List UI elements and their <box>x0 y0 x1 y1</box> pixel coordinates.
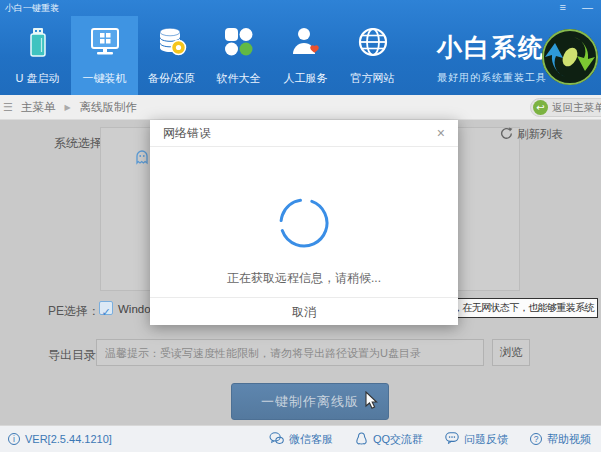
breadcrumb: ☰ 主菜单 ▶ 离线版制作 ↩ 返回主菜单 <box>0 95 601 120</box>
dialog-header: 网络错误 × <box>150 120 458 147</box>
nav-item-software-collection[interactable]: 软件大全 <box>205 16 272 95</box>
wechat-icon <box>269 432 284 447</box>
minimize-icon[interactable]: — <box>582 0 593 14</box>
app-window: 小白一键重装 ≡ — U 盘启动 一键装机 备份/还 <box>0 0 601 452</box>
pe-tooltip: 备，在无网状态下，也能够重装系统 <box>440 298 598 318</box>
dialog-message: 正在获取远程信息，请稍候... <box>150 270 458 287</box>
qq-penguin-icon <box>355 432 368 447</box>
loading-spinner-icon <box>150 197 458 253</box>
version-text: VER[2.5.44.1210] <box>25 433 112 445</box>
nav-label: 人工服务 <box>284 71 328 86</box>
ghost-icon <box>134 149 150 169</box>
monitor-icon <box>88 25 122 63</box>
globe-icon <box>356 25 390 63</box>
nav-item-usb-boot[interactable]: U 盘启动 <box>4 16 71 95</box>
brand-tagline: 最好用的系统重装工具 <box>437 71 547 85</box>
nav-item-backup-restore[interactable]: 备份/还原 <box>138 16 205 95</box>
checkmark-icon: ✓ <box>101 306 110 318</box>
nav-label: 一键装机 <box>83 71 127 86</box>
usb-drive-icon <box>21 25 55 63</box>
nav-label: U 盘启动 <box>16 71 60 86</box>
version-info: i VER[2.5.44.1210] <box>8 433 112 445</box>
main-nav: U 盘启动 一键装机 备份/还原 软件大全 <box>4 16 406 95</box>
status-link-label: 问题反馈 <box>464 432 508 447</box>
pe-select-label: PE选择： <box>48 303 100 320</box>
export-dir-input[interactable] <box>96 339 484 366</box>
nav-item-one-click-install[interactable]: 一键装机 <box>71 16 138 95</box>
back-to-main-menu-button[interactable]: ↩ 返回主菜单 <box>530 98 601 117</box>
menu-icon[interactable]: ≡ <box>560 0 566 14</box>
statusbar: i VER[2.5.44.1210] 微信客服 QQ交流群 问题反馈 <box>0 425 601 452</box>
status-link-label: 帮助视频 <box>547 432 591 447</box>
back-arrow-icon: ↩ <box>533 100 548 115</box>
nav-item-human-service[interactable]: 人工服务 <box>272 16 339 95</box>
apps-icon <box>222 25 256 63</box>
brand: 小白系统 最好用的系统重装工具 <box>437 31 547 85</box>
list-menu-icon: ☰ <box>3 101 13 114</box>
info-icon: i <box>8 433 20 445</box>
browse-button[interactable]: 浏览 <box>492 339 530 366</box>
wechat-service-link[interactable]: 微信客服 <box>269 432 333 447</box>
close-icon[interactable]: × <box>437 125 445 141</box>
breadcrumb-root[interactable]: 主菜单 <box>21 100 56 115</box>
cancel-button[interactable]: 取消 <box>150 298 458 326</box>
network-error-dialog: 网络错误 × 正在获取远程信息，请稍候... 取消 <box>150 120 458 325</box>
dialog-footer: 取消 <box>150 297 458 325</box>
status-link-label: 微信客服 <box>289 432 333 447</box>
help-video-link[interactable]: ? 帮助视频 <box>530 432 591 447</box>
status-link-label: QQ交流群 <box>373 432 423 447</box>
window-title: 小白一键重装 <box>5 2 59 15</box>
feedback-bubble-icon <box>445 432 459 446</box>
window-controls: ≡ — <box>560 0 593 14</box>
breadcrumb-separator-icon: ▶ <box>64 103 70 112</box>
back-button-label: 返回主菜单 <box>552 101 601 115</box>
database-icon <box>155 25 189 63</box>
nav-label: 软件大全 <box>217 71 261 86</box>
header: 小白一键重装 ≡ — U 盘启动 一键装机 备份/还 <box>0 0 601 95</box>
qq-group-link[interactable]: QQ交流群 <box>355 432 423 447</box>
nav-item-official-website[interactable]: 官方网站 <box>339 16 406 95</box>
feedback-link[interactable]: 问题反馈 <box>445 432 508 447</box>
nav-label: 备份/还原 <box>148 71 195 86</box>
dialog-title: 网络错误 <box>163 125 211 142</box>
refresh-label: 刷新列表 <box>517 127 563 142</box>
mouse-cursor-icon <box>362 391 380 413</box>
breadcrumb-current: 离线版制作 <box>80 100 138 115</box>
nav-label: 官方网站 <box>351 71 395 86</box>
brand-name: 小白系统 <box>437 31 547 64</box>
refresh-list-button[interactable]: 刷新列表 <box>500 127 563 142</box>
status-links: 微信客服 QQ交流群 问题反馈 ? 帮助视频 <box>269 432 591 447</box>
person-heart-icon <box>289 25 323 63</box>
help-circle-icon: ? <box>530 433 542 445</box>
pe-checkbox[interactable]: ✓ <box>99 301 113 315</box>
brand-logo-icon <box>541 28 599 90</box>
refresh-icon <box>500 127 513 142</box>
